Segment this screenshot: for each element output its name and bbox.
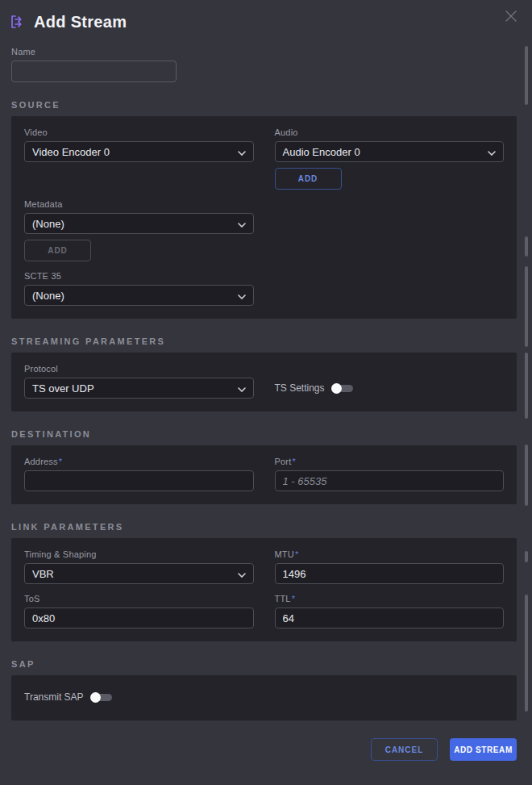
section-heading-sap: SAP — [11, 659, 517, 669]
scrollbar-segment[interactable] — [525, 551, 528, 562]
ttl-label: TTL* — [275, 594, 505, 603]
transmit-sap-toggle[interactable] — [90, 692, 112, 703]
add-metadata-button[interactable]: ADD — [24, 240, 91, 261]
video-select-value: Video Encoder 0 — [32, 146, 110, 158]
source-panel: Video Video Encoder 0 Audio Audio Encode… — [11, 116, 517, 319]
tos-label: ToS — [24, 594, 254, 603]
link-panel: Timing & Shaping VBR MTU* ToS TTL* — [11, 538, 517, 641]
scrollbar-segment[interactable] — [525, 236, 528, 257]
chevron-down-icon — [488, 144, 496, 159]
metadata-select-value: (None) — [32, 218, 64, 230]
chevron-down-icon — [238, 288, 246, 303]
scrollbar-thumb[interactable] — [525, 46, 528, 105]
audio-select-value: Audio Encoder 0 — [283, 146, 360, 158]
required-asterisk: * — [59, 457, 62, 466]
address-input[interactable] — [24, 470, 254, 491]
scrollbar[interactable] — [525, 0, 529, 785]
add-stream-button[interactable]: ADD STREAM — [450, 738, 517, 761]
scte35-select-value: (None) — [32, 290, 64, 302]
required-asterisk: * — [292, 594, 295, 603]
dialog-header: Add Stream — [11, 10, 517, 34]
metadata-select[interactable]: (None) — [24, 213, 254, 234]
port-input[interactable] — [275, 470, 505, 491]
name-label: Name — [11, 47, 177, 56]
section-heading-destination: DESTINATION — [11, 429, 517, 439]
scrollbar-segment[interactable] — [525, 353, 528, 419]
video-label: Video — [24, 127, 254, 137]
section-heading-source: SOURCE — [11, 100, 517, 110]
streaming-panel: Protocol TS over UDP TS Settings — [11, 353, 517, 411]
timing-shaping-select[interactable]: VBR — [24, 563, 254, 584]
add-stream-dialog: Add Stream Name SOURCE Video Video Encod… — [0, 0, 532, 761]
transmit-sap-group: Transmit SAP — [24, 687, 504, 708]
close-icon[interactable] — [503, 8, 519, 24]
audio-label: Audio — [275, 127, 505, 137]
ts-settings-label: TS Settings — [275, 382, 325, 394]
scte35-select[interactable]: (None) — [24, 285, 254, 306]
protocol-label: Protocol — [24, 364, 254, 374]
destination-panel: Address* Port* — [11, 445, 517, 504]
section-heading-streaming: STREAMING PARAMETERS — [11, 336, 517, 346]
dialog-footer: CANCEL ADD STREAM — [11, 738, 517, 761]
address-label: Address* — [24, 457, 254, 466]
protocol-select-value: TS over UDP — [32, 382, 94, 395]
stream-out-icon — [8, 13, 26, 31]
tos-input[interactable] — [24, 608, 254, 628]
dialog-title: Add Stream — [34, 13, 127, 31]
mtu-label: MTU* — [275, 549, 505, 559]
mtu-input[interactable] — [275, 563, 505, 584]
metadata-label: Metadata — [24, 199, 254, 209]
timing-shaping-select-value: VBR — [32, 568, 54, 580]
timing-shaping-label: Timing & Shaping — [24, 549, 254, 559]
toggle-knob — [331, 383, 342, 394]
name-input[interactable] — [11, 61, 177, 82]
section-heading-link: LINK PARAMETERS — [11, 522, 517, 532]
add-audio-button[interactable]: ADD — [275, 168, 342, 190]
scrollbar-segment[interactable] — [525, 595, 528, 712]
audio-select[interactable]: Audio Encoder 0 — [275, 141, 505, 162]
protocol-select[interactable]: TS over UDP — [24, 378, 254, 399]
chevron-down-icon — [238, 216, 246, 231]
ttl-input[interactable] — [275, 608, 505, 628]
transmit-sap-label: Transmit SAP — [24, 691, 84, 703]
chevron-down-icon — [238, 144, 246, 159]
required-asterisk: * — [295, 549, 298, 559]
chevron-down-icon — [238, 381, 246, 395]
scte35-label: SCTE 35 — [24, 271, 254, 281]
required-asterisk: * — [292, 457, 295, 466]
chevron-down-icon — [238, 566, 246, 581]
sap-panel: Transmit SAP — [11, 675, 517, 720]
port-label: Port* — [275, 457, 505, 466]
cancel-button[interactable]: CANCEL — [371, 738, 438, 761]
toggle-knob — [90, 692, 101, 703]
scrollbar-segment[interactable] — [525, 266, 528, 347]
ts-settings-toggle[interactable] — [331, 383, 353, 394]
scrollbar-segment[interactable] — [525, 445, 528, 506]
video-select[interactable]: Video Encoder 0 — [24, 141, 254, 162]
name-field-block: Name — [11, 47, 177, 82]
ts-settings-group: TS Settings — [275, 378, 353, 399]
